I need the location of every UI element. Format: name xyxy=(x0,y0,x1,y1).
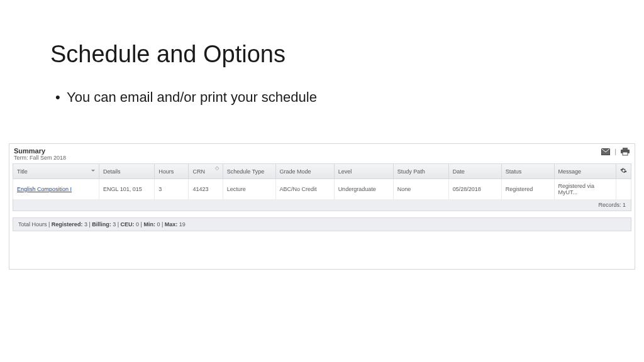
records-count: Records: 1 xyxy=(13,199,631,211)
col-level[interactable]: Level xyxy=(334,164,393,179)
totals-ceu-value: 0 | xyxy=(135,221,144,228)
col-crn[interactable]: CRN xyxy=(189,164,223,179)
cell-date: 05/28/2018 xyxy=(448,179,501,200)
page-title: Schedule and Options xyxy=(50,41,594,68)
cell-schedule-type: Lecture xyxy=(223,179,275,200)
cell-hours: 3 xyxy=(155,179,189,200)
svg-rect-3 xyxy=(623,152,628,155)
cell-grade-mode: ABC/No Credit xyxy=(275,179,334,200)
cell-status: Registered xyxy=(501,179,554,200)
totals-ceu-label: CEU: xyxy=(121,221,135,228)
totals-billing-label: Billing: xyxy=(92,221,111,228)
svg-rect-1 xyxy=(623,148,628,150)
cell-details: ENGL 101, 015 xyxy=(99,179,155,200)
cell-level: Undergraduate xyxy=(334,179,393,200)
email-icon[interactable] xyxy=(601,147,611,156)
action-divider: | xyxy=(614,148,616,155)
schedule-panel: Summary Term: Fall Sem 2018 | Title Deta… xyxy=(9,143,635,270)
cell-crn: 41423 xyxy=(189,179,223,200)
gear-icon xyxy=(620,167,627,174)
cell-gear xyxy=(616,179,631,200)
col-grade-mode[interactable]: Grade Mode xyxy=(275,164,334,179)
term-label: Term: Fall Sem 2018 xyxy=(14,155,66,161)
schedule-table: Title Details Hours CRN Schedule Type Gr… xyxy=(13,163,631,199)
totals-min-label: Min: xyxy=(143,221,155,228)
cell-message: Registered via MyUT... xyxy=(554,179,616,200)
table-header-row: Title Details Hours CRN Schedule Type Gr… xyxy=(13,164,631,179)
bullet-item: You can email and/or print your schedule xyxy=(50,89,594,106)
totals-prefix: Total Hours | xyxy=(18,221,52,228)
cell-study-path: None xyxy=(393,179,448,200)
table-row: English Composition I ENGL 101, 015 3 41… xyxy=(13,179,631,200)
col-message[interactable]: Message xyxy=(554,164,616,179)
summary-heading: Summary xyxy=(14,147,66,155)
totals-registered-value: 3 | xyxy=(82,221,92,228)
col-schedule-type[interactable]: Schedule Type xyxy=(223,164,275,179)
totals-registered-label: Registered: xyxy=(52,221,83,228)
print-icon[interactable] xyxy=(620,147,630,156)
col-title[interactable]: Title xyxy=(13,164,99,179)
totals-bar: Total Hours | Registered: 3 | Billing: 3… xyxy=(13,217,631,231)
col-study-path[interactable]: Study Path xyxy=(393,164,448,179)
totals-max-label: Max: xyxy=(165,221,178,228)
col-date[interactable]: Date xyxy=(448,164,501,179)
col-status[interactable]: Status xyxy=(501,164,554,179)
course-title-link[interactable]: English Composition I xyxy=(13,179,99,200)
settings-column[interactable] xyxy=(616,164,631,179)
totals-min-value: 0 | xyxy=(155,221,165,228)
totals-max-value: 19 xyxy=(177,221,186,228)
totals-billing-value: 3 | xyxy=(111,221,121,228)
col-hours[interactable]: Hours xyxy=(155,164,189,179)
col-details[interactable]: Details xyxy=(99,164,155,179)
